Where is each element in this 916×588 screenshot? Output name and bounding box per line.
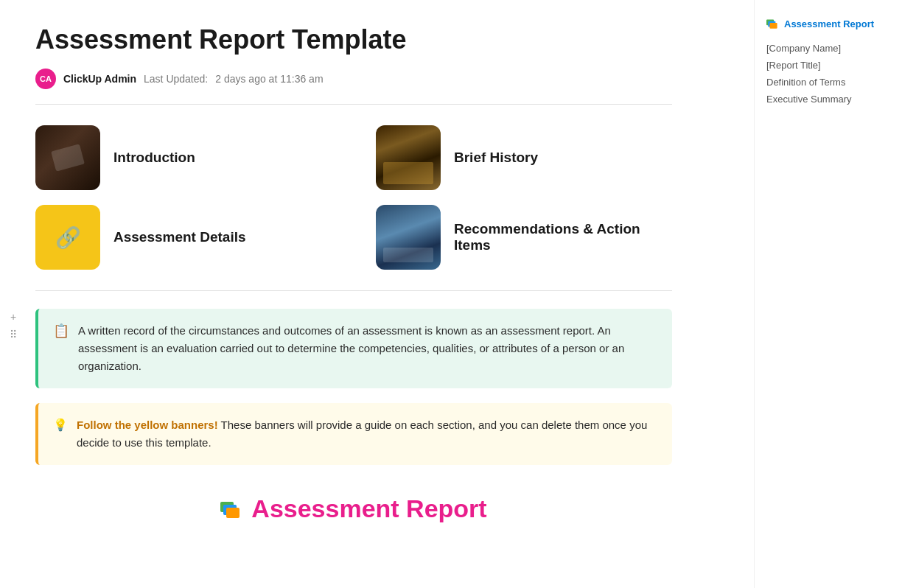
card-recommendations: Recommendations & Action Items: [376, 205, 672, 270]
page-title: Assessment Report Template: [35, 24, 672, 55]
callout-yellow-bold: Follow the yellow banners!: [77, 419, 218, 431]
add-block-button[interactable]: +: [6, 309, 21, 324]
card-label-history[interactable]: Brief History: [454, 150, 538, 166]
card-label-recommendations[interactable]: Recommendations & Action Items: [454, 221, 672, 253]
author-name: ClickUp Admin: [63, 73, 136, 85]
thumb-history-image: [376, 125, 441, 190]
brand-logo-icon: [220, 499, 244, 519]
sidebar-logo-icon: [766, 18, 780, 29]
card-history: Brief History: [376, 125, 672, 190]
card-thumb-history: [376, 125, 441, 190]
card-intro: Introduction: [35, 125, 332, 190]
card-thumb-assessment: [35, 205, 100, 270]
author-bar: CA ClickUp Admin Last Updated: 2 days ag…: [35, 69, 672, 89]
sidebar-nav-company[interactable]: [Company Name]: [766, 40, 904, 57]
card-label-intro[interactable]: Introduction: [113, 150, 195, 166]
divider-top: [35, 104, 672, 105]
callout-yellow-icon: 💡: [53, 418, 68, 432]
svg-rect-2: [226, 508, 240, 518]
card-label-assessment[interactable]: Assessment Details: [113, 229, 246, 245]
callout-green-icon: 📋: [53, 323, 69, 339]
edge-controls: + ⠿: [6, 309, 21, 342]
drag-handle[interactable]: ⠿: [6, 327, 21, 342]
sidebar-nav-definition[interactable]: Definition of Terms: [766, 74, 904, 91]
sidebar-logo: Assessment Report: [766, 18, 904, 29]
callout-green: 📋 A written record of the circumstances …: [35, 309, 672, 388]
callout-green-text: A written record of the circumstances an…: [78, 322, 657, 375]
thumb-recommendations-image: [376, 205, 441, 270]
callout-yellow: 💡 Follow the yellow banners! These banne…: [35, 403, 672, 465]
sidebar: Assessment Report [Company Name] [Report…: [754, 0, 916, 588]
last-updated-value: 2 days ago at 11:36 am: [215, 73, 323, 85]
divider-middle: [35, 290, 672, 291]
thumb-intro-image: [35, 125, 100, 190]
last-updated-label: Last Updated:: [144, 73, 208, 85]
thumb-assessment-image: [35, 205, 100, 270]
avatar: CA: [35, 69, 56, 89]
main-content: Assessment Report Template CA ClickUp Ad…: [0, 0, 707, 588]
svg-rect-5: [770, 23, 777, 29]
sidebar-nav-report-title[interactable]: [Report Title]: [766, 57, 904, 74]
sidebar-nav-executive[interactable]: Executive Summary: [766, 91, 904, 108]
card-thumb-intro: [35, 125, 100, 190]
bottom-brand-text: Assessment Report: [251, 494, 486, 523]
sidebar-logo-text: Assessment Report: [784, 18, 874, 29]
callout-yellow-text: Follow the yellow banners! These banners…: [77, 416, 657, 452]
card-thumb-recommendations: [376, 205, 441, 270]
card-assessment: Assessment Details: [35, 205, 332, 270]
cards-grid: Introduction Brief History Assessment De…: [35, 125, 672, 270]
bottom-brand: Assessment Report: [35, 494, 672, 523]
